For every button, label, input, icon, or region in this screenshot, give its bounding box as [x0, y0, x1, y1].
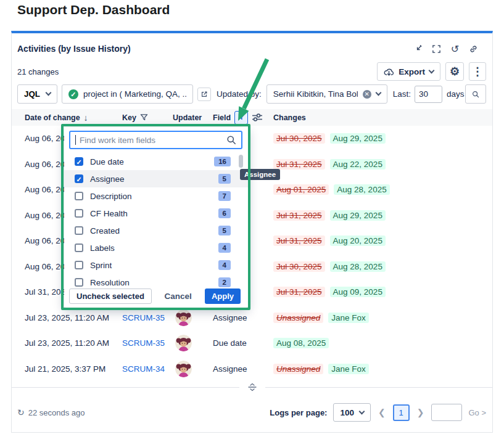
key-filter-icon[interactable]	[140, 113, 148, 121]
field-option-assignee[interactable]: Assignee 5	[64, 170, 248, 187]
next-page-icon[interactable]: ❯	[416, 407, 426, 417]
count-badge: 4	[218, 243, 231, 253]
uncheck-selected-button[interactable]: Uncheck selected	[69, 289, 152, 304]
settings-gear-button[interactable]: ⚙	[445, 62, 464, 81]
last-days-input[interactable]	[415, 86, 442, 103]
header-changes: Changes	[273, 109, 306, 126]
new-value: Aug 28, 2025	[330, 261, 386, 272]
updated-by-label: Updated by:	[217, 89, 262, 99]
updated-by-value: Serhii Kibitkin, Tina Bol...	[273, 89, 358, 99]
search-icon	[226, 135, 236, 145]
go-to-page-input[interactable]	[431, 404, 462, 421]
old-value: Unassigned	[273, 364, 323, 374]
table-row: Jul 21, 2025, 3:37 PM SCRUM-34 Assignee …	[12, 356, 492, 382]
field-option-due-date[interactable]: Due date 16	[64, 153, 248, 170]
field-option-cf-health[interactable]: CF Health 6	[64, 205, 248, 222]
clear-icon[interactable]: ✕	[363, 90, 371, 99]
checkbox[interactable]	[75, 174, 83, 183]
current-page-button[interactable]: 1	[393, 404, 410, 421]
go-button[interactable]: Go >	[468, 408, 486, 417]
open-in-new-icon[interactable]	[197, 88, 211, 101]
assignee-tooltip: Assignee	[240, 169, 280, 180]
field-filter-icon	[238, 113, 246, 121]
panel-title: Activities (by Issue History)	[17, 44, 131, 54]
checkbox[interactable]	[75, 192, 83, 200]
jql-dropdown[interactable]: JQL	[17, 84, 57, 104]
new-value: Jane Fox	[328, 364, 369, 374]
chevron-down-icon	[45, 90, 51, 96]
checkbox[interactable]	[75, 157, 83, 166]
field-option-labels[interactable]: Labels 4	[64, 239, 248, 256]
undo-refresh-icon[interactable]: ↺	[450, 44, 460, 54]
header-date-of-change[interactable]: Date of change ↓	[25, 109, 88, 126]
kebab-menu-button[interactable]: ⋮	[469, 62, 486, 81]
prev-page-icon[interactable]: ❮	[377, 407, 387, 417]
filter-bar: JQL ✓ project in ( Marketing, QA, ... Up…	[17, 84, 486, 104]
chevron-down-icon	[429, 67, 435, 73]
cancel-button[interactable]: Cancel	[165, 292, 192, 301]
cloud-download-icon	[384, 67, 394, 76]
row-field: Assignee	[213, 356, 247, 382]
popup-scrollbar[interactable]	[239, 155, 243, 168]
text-caret	[75, 135, 76, 145]
updater-avatar	[175, 361, 192, 377]
header-key[interactable]: Key	[122, 109, 148, 126]
refreshed-text: 22 seconds ago	[28, 408, 85, 417]
field-option-sprint[interactable]: Sprint 4	[64, 256, 248, 274]
search-placeholder: Find work item fields	[80, 136, 223, 145]
link-icon[interactable]	[468, 44, 479, 54]
old-value: Unassigned	[273, 313, 323, 323]
header-field: Field	[213, 109, 263, 126]
count-badge: 16	[214, 157, 231, 166]
changes-count: 21 changes	[17, 67, 59, 76]
new-value: Aug 28, 2025	[334, 184, 389, 195]
sort-desc-icon[interactable]: ↓	[84, 113, 88, 123]
checkbox[interactable]	[75, 261, 83, 269]
row-date: Jul 21, 2025, 3:37 PM	[25, 356, 105, 382]
resize-handle-icon[interactable]	[239, 381, 265, 393]
field-option-created[interactable]: Created 5	[64, 222, 248, 239]
row-field: Due date	[213, 330, 247, 356]
checkbox[interactable]	[75, 278, 83, 287]
field-list: Due date 16 Assignee 5 Description 7 CF …	[64, 153, 248, 291]
fullscreen-icon[interactable]	[431, 44, 442, 54]
jql-label: JQL	[24, 89, 40, 99]
updated-by-select[interactable]: Serhii Kibitkin, Tina Bol... ✕	[266, 84, 387, 104]
refresh-icon[interactable]: ↻	[17, 407, 25, 417]
count-badge: 4	[218, 260, 231, 270]
issue-key-link[interactable]: SCRUM-35	[122, 338, 165, 348]
collapse-icon[interactable]	[413, 44, 423, 54]
export-button[interactable]: Export	[377, 62, 440, 81]
count-badge: 7	[218, 191, 231, 201]
pagination: Logs per page: 100 ❮ 1 ❯ Go >	[270, 403, 486, 422]
field-filter-button[interactable]	[234, 111, 248, 125]
count-badge: 5	[218, 174, 231, 184]
old-value: Jul 31, 2025	[273, 287, 325, 297]
new-value: Aug 08, 2025	[273, 338, 329, 348]
new-value: Aug 22, 2025	[330, 159, 386, 170]
old-value: Jul 30, 2025	[273, 133, 325, 144]
updater-avatar	[175, 335, 192, 351]
logs-per-page-select[interactable]: 100	[333, 403, 371, 422]
search-icon	[472, 89, 479, 99]
row-date: Jul 23, 2025, 11:20 AM	[25, 305, 109, 331]
column-settings-icon[interactable]	[252, 113, 263, 122]
checkbox[interactable]	[75, 226, 83, 235]
popup-footer: Uncheck selected Cancel Apply	[69, 289, 241, 304]
apply-button[interactable]: Apply	[205, 289, 241, 304]
new-value: Aug 29, 2025	[330, 133, 386, 144]
field-search-input[interactable]: Find work item fields	[69, 131, 242, 149]
search-button[interactable]	[465, 84, 486, 104]
new-value: Jane Fox	[328, 313, 369, 323]
issue-key-link[interactable]: SCRUM-35	[122, 313, 165, 322]
issue-key-link[interactable]: SCRUM-34	[122, 364, 165, 374]
new-value: Aug 29, 2025	[330, 210, 386, 221]
jql-query-text: project in ( Marketing, QA, ...	[83, 89, 186, 99]
refresh-status: ↻ 22 seconds ago	[17, 407, 85, 417]
jql-query-field[interactable]: ✓ project in ( Marketing, QA, ...	[62, 84, 193, 104]
header-updater: Updater	[173, 109, 202, 126]
checkbox[interactable]	[75, 244, 83, 252]
field-option-description[interactable]: Description 7	[64, 187, 248, 205]
panel-header-actions: ↺	[413, 44, 479, 54]
checkbox[interactable]	[75, 209, 83, 218]
